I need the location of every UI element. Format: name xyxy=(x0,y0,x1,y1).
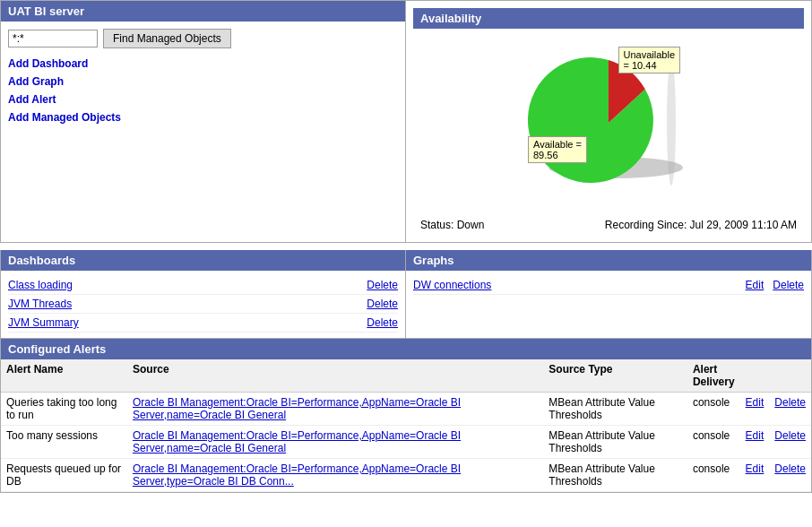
dashboards-title: Dashboards xyxy=(1,250,405,271)
status-label: Status: Down xyxy=(420,219,484,231)
alert-name-1: Queries taking too long to run xyxy=(1,393,127,426)
status-row: Status: Down Recording Since: Jul 29, 20… xyxy=(413,215,804,235)
alert-source-link-1[interactable]: Oracle BI Management:Oracle BI=Performan… xyxy=(133,396,461,421)
alert-edit-link-1[interactable]: Edit xyxy=(746,396,764,409)
alert-edit-1: Edit xyxy=(740,393,770,426)
alert-source-link-3[interactable]: Oracle BI Management:Oracle BI=Performan… xyxy=(133,462,461,488)
alerts-title: Configured Alerts xyxy=(1,339,811,359)
dashboard-jvm-threads-link[interactable]: JVM Threads xyxy=(8,298,72,310)
dashboard-jvm-summary-delete[interactable]: Delete xyxy=(367,316,398,329)
graphs-panel: Graphs DW connections Edit Delete xyxy=(406,250,811,338)
svg-point-1 xyxy=(667,60,676,186)
alert-source-type-3: MBean Attribute Value Thresholds xyxy=(543,459,687,492)
dashboard-class-loading-link[interactable]: Class loading xyxy=(8,279,73,291)
alert-delete-1: Delete xyxy=(769,393,811,426)
graph-dw-connections-link[interactable]: DW connections xyxy=(413,279,491,291)
alert-delivery-3: console xyxy=(687,459,740,492)
main-container: UAT BI server Find Managed Objects Add D… xyxy=(0,0,812,493)
alert-delivery-1: console xyxy=(687,393,740,426)
available-label: Available = xyxy=(533,139,582,150)
alert-delete-2: Delete xyxy=(769,426,811,459)
graph-dw-connections-delete[interactable]: Delete xyxy=(773,279,804,291)
add-alert-link[interactable]: Add Alert xyxy=(8,93,398,106)
dashboard-class-loading-delete[interactable]: Delete xyxy=(367,279,398,291)
alert-source-link-2[interactable]: Oracle BI Management:Oracle BI=Performan… xyxy=(133,429,461,454)
alert-source-type-2: MBean Attribute Value Thresholds xyxy=(543,426,687,459)
pie-container: Unavailable = 10.44 Available = 89.56 xyxy=(519,38,698,199)
available-value: 89.56 xyxy=(533,150,558,160)
alert-source-2: Oracle BI Management:Oracle BI=Performan… xyxy=(127,426,543,459)
alert-source-type-1: MBean Attribute Value Thresholds xyxy=(543,393,687,426)
col-edit-header xyxy=(740,359,770,393)
unavailable-value: = 10.44 xyxy=(624,60,657,71)
alert-source-3: Oracle BI Management:Oracle BI=Performan… xyxy=(127,459,543,492)
unavailable-tooltip: Unavailable = 10.44 xyxy=(618,47,680,73)
left-panel: UAT BI server Find Managed Objects Add D… xyxy=(1,1,406,242)
recording-label: Recording Since: Jul 29, 2009 11:10 AM xyxy=(605,219,797,231)
alert-edit-2: Edit xyxy=(740,426,770,459)
find-managed-objects-button[interactable]: Find Managed Objects xyxy=(103,29,231,48)
graph-dw-connections-edit[interactable]: Edit xyxy=(746,279,764,291)
search-input[interactable] xyxy=(8,30,98,48)
availability-panel: Availability xyxy=(406,1,811,242)
middle-row: Dashboards Class loading Delete JVM Thre… xyxy=(0,250,812,339)
alerts-header-row: Alert Name Source Source Type AlertDeliv… xyxy=(1,359,811,393)
unavailable-label: Unavailable xyxy=(624,49,675,60)
add-managed-objects-link[interactable]: Add Managed Objects xyxy=(8,111,398,124)
availability-content: Unavailable = 10.44 Available = 89.56 St… xyxy=(413,29,804,235)
dashboard-jvm-threads-delete[interactable]: Delete xyxy=(367,298,398,310)
alert-delete-link-2[interactable]: Delete xyxy=(774,429,806,442)
alerts-table: Alert Name Source Source Type AlertDeliv… xyxy=(1,359,811,492)
col-source: Source xyxy=(127,359,543,393)
available-tooltip: Available = 89.56 xyxy=(528,136,587,163)
alert-name-3: Requests queued up for DB xyxy=(1,459,127,492)
dashboard-jvm-summary-link[interactable]: JVM Summary xyxy=(8,316,79,329)
alert-delete-3: Delete xyxy=(769,459,811,492)
list-item: JVM Threads Delete xyxy=(8,295,398,314)
alert-edit-link-2[interactable]: Edit xyxy=(746,429,764,442)
graphs-content: DW connections Edit Delete xyxy=(406,271,811,300)
graphs-title: Graphs xyxy=(406,250,811,271)
alert-row: Requests queued up for DB Oracle BI Mana… xyxy=(1,459,811,492)
graph-actions: Edit Delete xyxy=(746,279,804,291)
availability-title: Availability xyxy=(413,8,804,29)
list-item: Class loading Delete xyxy=(8,276,398,295)
alert-delivery-2: console xyxy=(687,426,740,459)
top-row: UAT BI server Find Managed Objects Add D… xyxy=(0,0,812,243)
alert-edit-3: Edit xyxy=(740,459,770,492)
alert-row: Queries taking too long to run Oracle BI… xyxy=(1,393,811,426)
alerts-section: Configured Alerts Alert Name Source Sour… xyxy=(0,339,812,493)
list-item: JVM Summary Delete xyxy=(8,314,398,333)
col-delete-header xyxy=(769,359,811,393)
alert-delete-link-1[interactable]: Delete xyxy=(774,396,806,409)
alert-row: Too many sessions Oracle BI Management:O… xyxy=(1,426,811,459)
col-alert-name: Alert Name xyxy=(1,359,127,393)
dashboards-panel: Dashboards Class loading Delete JVM Thre… xyxy=(1,250,406,338)
dashboards-content: Class loading Delete JVM Threads Delete … xyxy=(1,271,405,338)
col-alert-delivery: AlertDelivery xyxy=(687,359,740,393)
alert-name-2: Too many sessions xyxy=(1,426,127,459)
add-graph-link[interactable]: Add Graph xyxy=(8,75,398,88)
alert-source-1: Oracle BI Management:Oracle BI=Performan… xyxy=(127,393,543,426)
alert-delete-link-3[interactable]: Delete xyxy=(774,462,806,475)
add-dashboard-link[interactable]: Add Dashboard xyxy=(8,57,398,70)
left-panel-title: UAT BI server xyxy=(1,1,405,22)
col-source-type: Source Type xyxy=(543,359,687,393)
list-item: DW connections Edit Delete xyxy=(413,276,804,295)
search-row: Find Managed Objects xyxy=(8,29,398,48)
alert-edit-link-3[interactable]: Edit xyxy=(746,462,764,475)
